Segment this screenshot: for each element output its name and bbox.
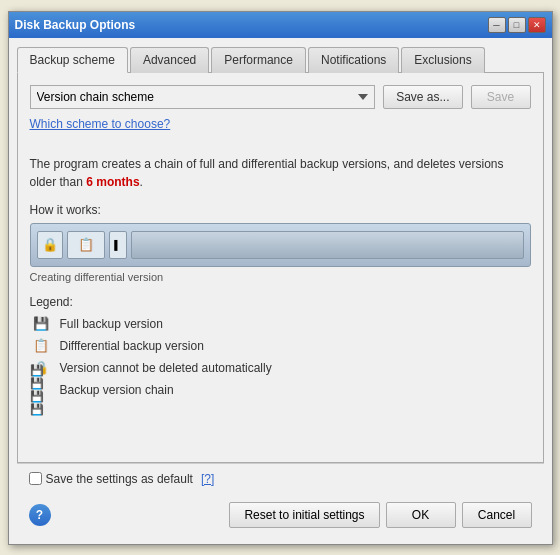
scheme-controls: Version chain scheme Single version sche… — [30, 85, 531, 109]
legend-item-lock: 🔒 Version cannot be deleted automaticall… — [30, 359, 531, 377]
reset-button[interactable]: Reset to initial settings — [229, 502, 379, 528]
legend-diff-label: Diffferential backup version — [60, 339, 204, 353]
footer-left: ? — [29, 504, 51, 526]
legend-title: Legend: — [30, 295, 531, 309]
legend-full-label: Full backup version — [60, 317, 163, 331]
legend-diff-icon: 📋 — [30, 337, 52, 355]
save-as-button[interactable]: Save as... — [383, 85, 462, 109]
scheme-description: The program creates a chain of full and … — [30, 155, 531, 191]
diagram-diff-icon: 📋 — [67, 231, 105, 259]
cancel-button[interactable]: Cancel — [462, 502, 532, 528]
tab-notifications[interactable]: Notifications — [308, 47, 399, 73]
legend-item-diff: 📋 Diffferential backup version — [30, 337, 531, 355]
diagram-diff-icon2: ▌ — [109, 231, 127, 259]
tab-advanced[interactable]: Advanced — [130, 47, 209, 73]
info-button[interactable]: ? — [29, 504, 51, 526]
dialog-content: Backup scheme Advanced Performance Notif… — [9, 38, 552, 544]
maximize-button[interactable]: □ — [508, 17, 526, 33]
legend-full-icon: 💾 — [30, 315, 52, 333]
how-it-works-label: How it works: — [30, 203, 531, 217]
scheme-help-link[interactable]: Which scheme to choose? — [30, 117, 171, 131]
close-button[interactable]: ✕ — [528, 17, 546, 33]
tab-panel-backup-scheme: Version chain scheme Single version sche… — [17, 73, 544, 463]
tab-backup-scheme[interactable]: Backup scheme — [17, 47, 128, 73]
footer-bar: ? Reset to initial settings OK Cancel — [17, 494, 544, 536]
main-window: Disk Backup Options ─ □ ✕ Backup scheme … — [8, 11, 553, 545]
save-default-text: Save the settings as default — [46, 472, 193, 486]
scheme-dropdown[interactable]: Version chain scheme Single version sche… — [30, 85, 376, 109]
diagram-lock-icon: 🔒 — [37, 231, 63, 259]
tab-performance[interactable]: Performance — [211, 47, 306, 73]
settings-default-bar: Save the settings as default [?] — [17, 463, 544, 494]
diagram-subtitle: Creating differential version — [30, 271, 531, 283]
save-default-checkbox[interactable] — [29, 472, 42, 485]
legend-lock-label: Version cannot be deleted automatically — [60, 361, 272, 375]
title-bar-buttons: ─ □ ✕ — [488, 17, 546, 33]
save-button[interactable]: Save — [471, 85, 531, 109]
diagram-bar — [131, 231, 524, 259]
window-title: Disk Backup Options — [15, 18, 136, 32]
title-bar: Disk Backup Options ─ □ ✕ — [9, 12, 552, 38]
highlight-text: 6 months — [86, 175, 139, 189]
legend-chain-label: Backup version chain — [60, 383, 174, 397]
help-link[interactable]: [?] — [201, 472, 214, 486]
tab-bar: Backup scheme Advanced Performance Notif… — [17, 46, 544, 73]
ok-button[interactable]: OK — [386, 502, 456, 528]
tab-exclusions[interactable]: Exclusions — [401, 47, 484, 73]
legend-item-chain: 💾💾💾💾 Backup version chain — [30, 381, 531, 399]
description-end: . — [140, 175, 143, 189]
legend-chain-icon: 💾💾💾💾 — [30, 381, 52, 399]
minimize-button[interactable]: ─ — [488, 17, 506, 33]
save-default-label: Save the settings as default — [29, 472, 193, 486]
legend-item-full: 💾 Full backup version — [30, 315, 531, 333]
backup-diagram: 🔒 📋 ▌ — [30, 223, 531, 267]
